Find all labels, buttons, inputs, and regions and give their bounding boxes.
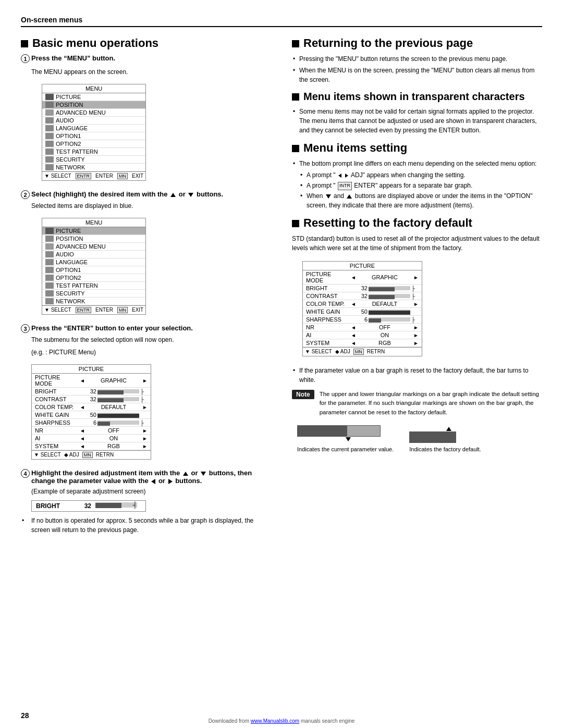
option2-icon: [45, 141, 54, 147]
current-value-arrow-icon: [346, 437, 351, 441]
note-content: The upper and lower triangular markings …: [320, 390, 542, 417]
prow-whitegain: WHITE GAIN 50: [32, 411, 151, 419]
top-bar: On-screen menus: [21, 16, 542, 27]
top-bar-title: On-screen menus: [21, 16, 82, 24]
menu-items-shown-bullet: Some menu items may not be valid for cer…: [292, 107, 542, 135]
menu2-row-option2: OPTION2: [42, 274, 145, 282]
rprow-system: SYSTEM ◄ RGB ►: [303, 339, 422, 347]
menu-sub-bullet2: A prompt " INTR ENTER" appears for a sep…: [292, 181, 542, 190]
step1-number: 1: [21, 54, 30, 63]
menu1-row-audio: AUDIO: [42, 117, 145, 125]
bright-box-container: BRIGHT 32 ┤: [21, 500, 271, 512]
prow-system: SYSTEM ◄ RGB ►: [32, 442, 151, 450]
security-icon: [45, 156, 54, 163]
step4-note: (Example of separate adjustment screen): [21, 487, 271, 496]
tri-down2-icon: [201, 472, 206, 476]
rprow-nr: NR ◄ OFF ►: [303, 324, 422, 331]
menu-items-setting-bullet: The bottom prompt line differs on each m…: [292, 159, 542, 168]
download-link[interactable]: www.Manualslib.com: [251, 718, 299, 724]
rprow-contrast: CONTRAST 32 ├: [303, 292, 422, 300]
picture-menu-container: PICTURE PICTURE MODE ◄ GRAPHIC ► BRIGHT …: [21, 360, 271, 465]
returning-bullet2: When the MENU is on the screen, pressing…: [292, 66, 542, 84]
tri-down3-icon: [326, 194, 331, 199]
diagram-area: Indicates the current parameter value. I…: [297, 425, 542, 452]
advanced2-icon: [45, 243, 54, 250]
diagram-default-bar: [409, 431, 456, 443]
returning-bullet1: Pressing the "MENU" button returns the s…: [292, 54, 542, 64]
tri-left-icon: [151, 479, 155, 484]
menu2-row-network: NETWORK: [42, 298, 145, 305]
position2-icon: [45, 236, 54, 242]
prow-contrast: CONTRAST 32 ├: [32, 396, 151, 403]
tri-left2-icon: [338, 174, 341, 178]
section-square3-icon: [292, 93, 299, 101]
resetting-picture-title: PICTURE: [303, 262, 422, 270]
menu1-row-position: POSITION: [42, 101, 145, 109]
tri-right-icon: [168, 479, 173, 484]
picture-icon: [45, 94, 54, 100]
step2: 2 Select (highlight) the desired item wi…: [21, 190, 271, 199]
menu1-row-picture: PICTURE: [42, 93, 145, 101]
section-square-icon: [21, 40, 28, 47]
diagram-bar: [297, 425, 381, 437]
language-icon: [45, 125, 54, 131]
main-content: Basic menu operations 1 Press the “MENU”…: [21, 36, 542, 537]
left-column: Basic menu operations 1 Press the “MENU”…: [21, 36, 271, 537]
download-bar: Downloaded from www.Manualslib.com manua…: [0, 718, 563, 724]
network2-icon: [45, 298, 54, 304]
prow-colortemp: COLOR TEMP. ◄ DEFAULT ►: [32, 403, 151, 411]
audio2-icon: [45, 251, 54, 257]
option12-icon: [45, 267, 54, 273]
step4-label: Highlight the desired adjustment item wi…: [31, 469, 271, 485]
tri-right2-icon: [345, 174, 348, 178]
rprow-bright: BRIGHT 32 ├: [303, 285, 422, 292]
step2-body: Selected items are displayed in blue.: [21, 201, 271, 211]
note-label: Note: [292, 390, 314, 399]
picture2-icon: [45, 228, 54, 234]
tri-up2-icon: [183, 472, 188, 476]
tri-up-icon: [170, 193, 176, 197]
option22-icon: [45, 275, 54, 281]
rprow-colortemp: COLOR TEMP. ◄ DEFAULT ►: [303, 300, 422, 308]
picture-menu-title: PICTURE: [32, 365, 151, 374]
note-row: Note The upper and lower triangular mark…: [292, 390, 542, 417]
tri-down-icon: [188, 193, 193, 197]
bright-label: BRIGHT: [36, 502, 72, 510]
menu2-row-testpattern: TEST PATTERN: [42, 282, 145, 290]
testpattern-icon: [45, 149, 54, 155]
menu-box-2-container: MENU PICTURE POSITION ADVANCED MENU: [21, 214, 271, 320]
menu-sub-bullet1: A prompt " ADJ" appears when changing th…: [292, 170, 542, 180]
resetting-title: Resetting to the factory default: [292, 216, 542, 230]
download-suffix: manuals search engine: [301, 718, 354, 724]
section-square2-icon: [292, 40, 299, 47]
resetting-picture-menu: PICTURE PICTURE MODE ◄ GRAPHIC ► BRIGHT …: [302, 261, 422, 356]
menu1-row-option1: OPTION1: [42, 132, 145, 140]
security2-icon: [45, 290, 54, 297]
rprow-whitegain: WHITE GAIN 50: [303, 308, 422, 316]
diagram-label2: Indicates the factory default.: [409, 446, 481, 452]
section-square4-icon: [292, 145, 299, 152]
prow-picturemode: PICTURE MODE ◄ GRAPHIC ►: [32, 374, 151, 388]
step4-bullet: If no button is operated for approx. 5 s…: [21, 516, 271, 535]
rprow-ai: AI ◄ ON ►: [303, 331, 422, 339]
step3-label: Press the “ENTER” button to enter your s…: [31, 324, 271, 332]
resetting-body: STD (standard) button is used to reset a…: [292, 234, 542, 253]
menu1-row-option2: OPTION2: [42, 140, 145, 148]
menu2-row-audio: AUDIO: [42, 251, 145, 258]
step3: 3 Press the “ENTER” button to enter your…: [21, 324, 271, 333]
menu1-title: MENU: [42, 84, 145, 93]
menu2-title: MENU: [42, 218, 145, 227]
menu1-row-network: NETWORK: [42, 164, 145, 171]
menu2-row-advanced: ADVANCED MENU: [42, 243, 145, 251]
menu-box-2: MENU PICTURE POSITION ADVANCED MENU: [42, 218, 146, 315]
menu1-row-language: LANGUAGE: [42, 125, 145, 132]
step4-number: 4: [21, 469, 30, 478]
tri-up3-icon: [347, 194, 352, 199]
menu-items-shown-title: Menu items shown in transparent characte…: [292, 91, 542, 103]
menu2-row-picture: PICTURE: [42, 227, 145, 235]
rprow-sharpness: SHARPNESS 6 ├: [303, 316, 422, 324]
step4: 4 Highlight the desired adjustment item …: [21, 469, 271, 485]
option1-icon: [45, 133, 54, 139]
returning-title: Returning to the previous page: [292, 36, 542, 50]
menu-box-1: MENU PICTURE POSITION ADVANCED MENU: [42, 84, 146, 181]
